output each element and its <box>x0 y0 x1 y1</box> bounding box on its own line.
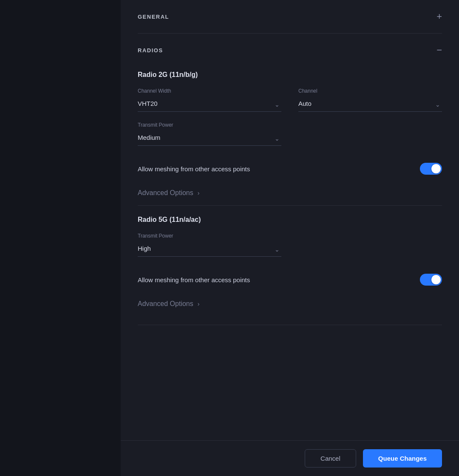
channel-width-field: Channel Width VHT20 VHT40 VHT80 ⌄ <box>138 88 281 112</box>
transmit-power-5g-select[interactable]: Low Medium High Auto <box>138 242 281 257</box>
radio-5g-title: Radio 5G (11n/a/ac) <box>138 216 442 224</box>
advanced-options-5g-row[interactable]: Advanced Options › <box>138 292 442 312</box>
meshing-5g-row: Allow meshing from other access points <box>138 267 442 292</box>
advanced-options-2g-chevron-icon: › <box>198 190 200 196</box>
meshing-5g-toggle[interactable] <box>420 274 442 286</box>
general-expand-icon: + <box>436 12 442 21</box>
radios-section-header[interactable]: RADIOS − <box>138 34 442 67</box>
channel-width-select-wrapper: VHT20 VHT40 VHT80 ⌄ <box>138 97 281 112</box>
meshing-2g-toggle-knob <box>431 164 441 173</box>
radios-collapse-icon: − <box>436 45 442 55</box>
advanced-options-5g-label: Advanced Options <box>138 300 193 308</box>
general-section: GENERAL + <box>138 0 442 34</box>
meshing-5g-toggle-knob <box>431 275 441 284</box>
radios-section: RADIOS − Radio 2G (11n/b/g) Channel Widt… <box>138 34 442 325</box>
meshing-2g-label: Allow meshing from other access points <box>138 165 250 173</box>
transmit-power-5g-field: Transmit Power Low Medium High Auto ⌄ <box>138 233 281 257</box>
transmit-power-2g-select[interactable]: Low Medium High Auto <box>138 131 281 146</box>
transmit-power-2g-label: Transmit Power <box>138 122 281 128</box>
queue-changes-button[interactable]: Queue Changes <box>363 449 442 468</box>
meshing-5g-label: Allow meshing from other access points <box>138 276 250 283</box>
cancel-button[interactable]: Cancel <box>305 449 356 468</box>
transmit-power-5g-label: Transmit Power <box>138 233 281 239</box>
radio-divider <box>138 205 442 206</box>
meshing-2g-row: Allow meshing from other access points <box>138 156 442 181</box>
footer: Cancel Queue Changes <box>121 440 459 476</box>
radios-title: RADIOS <box>138 47 163 54</box>
meshing-2g-toggle[interactable] <box>420 163 442 175</box>
transmit-power-2g-field: Transmit Power Low Medium High Auto ⌄ <box>138 122 281 146</box>
transmit-power-5g-spacer <box>298 233 442 257</box>
advanced-options-2g-row[interactable]: Advanced Options › <box>138 181 442 201</box>
channel-field: Channel Auto 1 6 11 ⌄ <box>298 88 442 112</box>
transmit-power-5g-select-wrapper: Low Medium High Auto ⌄ <box>138 242 281 257</box>
advanced-options-5g-chevron-icon: › <box>198 300 200 307</box>
advanced-options-2g-label: Advanced Options <box>138 189 193 197</box>
channel-select[interactable]: Auto 1 6 11 <box>298 97 442 112</box>
main-content: GENERAL + RADIOS − Radio 2G (11n/b/g) Ch… <box>121 0 459 476</box>
general-section-header[interactable]: GENERAL + <box>138 0 442 33</box>
channel-select-wrapper: Auto 1 6 11 ⌄ <box>298 97 442 112</box>
radios-body: Radio 2G (11n/b/g) Channel Width VHT20 V… <box>138 71 442 325</box>
transmit-power-2g-spacer <box>298 122 442 146</box>
radio-2g-power-row: Transmit Power Low Medium High Auto ⌄ <box>138 122 442 146</box>
transmit-power-2g-select-wrapper: Low Medium High Auto ⌄ <box>138 131 281 146</box>
general-title: GENERAL <box>138 14 169 20</box>
radio-2g-channel-row: Channel Width VHT20 VHT40 VHT80 ⌄ Channe… <box>138 88 442 112</box>
channel-label: Channel <box>298 88 442 94</box>
channel-width-label: Channel Width <box>138 88 281 94</box>
radio-2g-title: Radio 2G (11n/b/g) <box>138 71 442 79</box>
radio-5g-power-row: Transmit Power Low Medium High Auto ⌄ <box>138 233 442 257</box>
channel-width-select[interactable]: VHT20 VHT40 VHT80 <box>138 97 281 112</box>
sidebar <box>0 0 121 476</box>
